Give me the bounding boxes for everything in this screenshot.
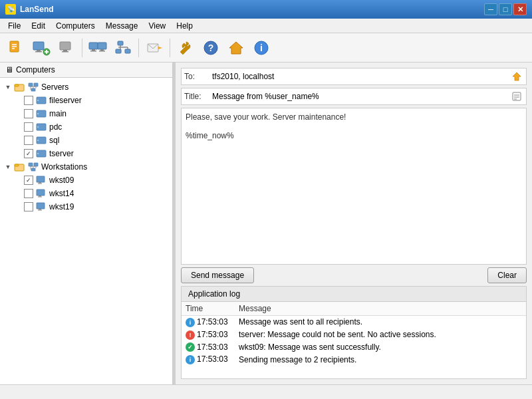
- toolbar-delete-btn[interactable]: [55, 36, 78, 60]
- log-tab[interactable]: Application log: [182, 287, 526, 302]
- toolbar-new-btn[interactable]: [4, 36, 28, 60]
- minimize-button[interactable]: ─: [484, 3, 497, 15]
- tree-item-tserver[interactable]: ▶ tserver: [11, 147, 172, 160]
- workstations-network-icon: [27, 162, 39, 172]
- tree-item-wkst19[interactable]: ▶ wkst19: [11, 200, 172, 213]
- tserver-icon: [35, 148, 47, 159]
- menu-help[interactable]: Help: [171, 20, 198, 32]
- toolbar-sep-3: [170, 39, 170, 57]
- wkst09-checkbox[interactable]: [24, 176, 33, 185]
- log-status-icon-info: i: [186, 318, 195, 327]
- svg-rect-61: [39, 182, 41, 184]
- toolbar-add-computer-btn[interactable]: [29, 36, 53, 60]
- wkst09-icon: [35, 175, 47, 186]
- title-input[interactable]: [212, 92, 507, 101]
- svg-rect-60: [37, 176, 45, 182]
- log-table: Time Message i17:53:03Message was sent t…: [182, 302, 526, 366]
- svg-rect-66: [37, 203, 45, 209]
- title-label: Title:: [184, 92, 209, 101]
- toolbar-help-btn[interactable]: ?: [199, 36, 223, 60]
- svg-rect-16: [98, 43, 106, 49]
- toolbar-send-btn[interactable]: [142, 36, 166, 60]
- svg-rect-36: [31, 88, 35, 91]
- svg-rect-14: [92, 49, 95, 51]
- menu-file[interactable]: File: [3, 20, 26, 32]
- svg-rect-68: [38, 210, 42, 211]
- fileserver-checkbox[interactable]: [24, 96, 33, 105]
- log-time: ✓17:53:03: [182, 341, 235, 354]
- toolbar-home-btn[interactable]: [224, 36, 248, 60]
- main-icon: [35, 108, 47, 119]
- menu-view[interactable]: View: [143, 20, 171, 32]
- tree-item-fileserver[interactable]: ▶ fileserver: [11, 94, 172, 107]
- tree-item-sql[interactable]: ▶ sql: [11, 134, 172, 147]
- svg-rect-33: [15, 84, 19, 86]
- log-row: i17:53:03Sending message to 2 recipients…: [182, 353, 526, 366]
- left-panel: 🖥 Computers ▼: [0, 63, 173, 384]
- message-line3: %time_now%: [186, 131, 522, 140]
- main-checkbox[interactable]: [24, 109, 33, 118]
- log-time: !17:53:03: [182, 329, 235, 341]
- computers-tab[interactable]: 🖥 Computers: [0, 63, 172, 78]
- svg-point-48: [37, 140, 39, 141]
- svg-rect-53: [29, 163, 33, 166]
- menu-computers[interactable]: Computers: [51, 20, 100, 32]
- toolbar-network-btn[interactable]: [111, 36, 135, 60]
- menu-edit[interactable]: Edit: [26, 20, 51, 32]
- log-section: Application log Time Message i17:53:03Me…: [181, 286, 527, 379]
- toolbar: ? i: [0, 33, 532, 63]
- svg-rect-11: [63, 50, 67, 51]
- menu-message[interactable]: Message: [100, 20, 144, 32]
- svg-text:?: ?: [208, 43, 214, 53]
- tserver-checkbox[interactable]: [24, 149, 33, 158]
- toolbar-computers-btn[interactable]: [86, 36, 110, 60]
- svg-rect-63: [37, 190, 45, 196]
- wkst14-checkbox[interactable]: [24, 189, 33, 198]
- log-status-icon-error: !: [186, 331, 195, 340]
- tserver-label: tserver: [49, 149, 74, 158]
- sql-icon: [35, 135, 47, 146]
- servers-group[interactable]: ▼: [0, 80, 172, 94]
- tree-item-wkst14[interactable]: ▶ wkst14: [11, 187, 172, 200]
- tree-item-wkst09[interactable]: ▶ wkst09: [11, 174, 172, 187]
- wkst19-checkbox[interactable]: [24, 202, 33, 211]
- send-message-button[interactable]: Send message: [181, 267, 254, 283]
- sql-checkbox[interactable]: [24, 136, 33, 145]
- svg-rect-18: [99, 51, 105, 52]
- toolbar-tools-btn[interactable]: [174, 36, 198, 60]
- log-row: !17:53:03tserver: Message could not be s…: [182, 329, 526, 341]
- window-controls: ─ □ ✕: [484, 3, 527, 15]
- wkst14-label: wkst14: [49, 189, 74, 198]
- to-input[interactable]: [212, 72, 507, 81]
- svg-rect-54: [34, 163, 38, 166]
- message-area[interactable]: Please, save your work. Server maintenan…: [181, 108, 527, 265]
- workstations-group[interactable]: ▼: [0, 160, 172, 174]
- title-row: Title:: [181, 88, 527, 105]
- toolbar-info-btn[interactable]: i: [249, 36, 273, 60]
- tree-item-main[interactable]: ▶ main: [11, 107, 172, 120]
- title-edit-icon[interactable]: [510, 90, 523, 103]
- maximize-button[interactable]: □: [499, 3, 512, 15]
- pdc-checkbox[interactable]: [24, 122, 33, 132]
- right-panel: To: Title: Please, save: [176, 63, 532, 384]
- computer-tree: ▼: [0, 78, 172, 216]
- close-button[interactable]: ✕: [513, 3, 527, 15]
- tree-item-pdc[interactable]: ▶ pdc: [11, 120, 172, 134]
- message-line1: Please, save your work. Server maintenan…: [186, 112, 522, 122]
- wkst19-label: wkst19: [49, 202, 74, 211]
- button-row: Send message Clear: [181, 267, 527, 283]
- svg-marker-29: [229, 42, 243, 54]
- servers-children: ▶ fileserver ▶: [0, 94, 172, 160]
- svg-rect-13: [89, 43, 98, 49]
- log-status-icon-success: ✓: [186, 342, 195, 352]
- workstations-label: Workstations: [41, 162, 87, 172]
- servers-expand-icon[interactable]: ▼: [3, 82, 13, 92]
- computers-tab-icon: 🖥: [5, 65, 13, 74]
- svg-rect-19: [118, 41, 123, 45]
- clear-button[interactable]: Clear: [487, 267, 527, 283]
- workstations-expand-icon[interactable]: ▼: [3, 162, 13, 172]
- to-clear-icon[interactable]: [510, 70, 523, 83]
- svg-rect-10: [60, 42, 70, 50]
- svg-text:i: i: [260, 43, 263, 53]
- log-row: ✓17:53:03wkst09: Message was sent succes…: [182, 341, 526, 354]
